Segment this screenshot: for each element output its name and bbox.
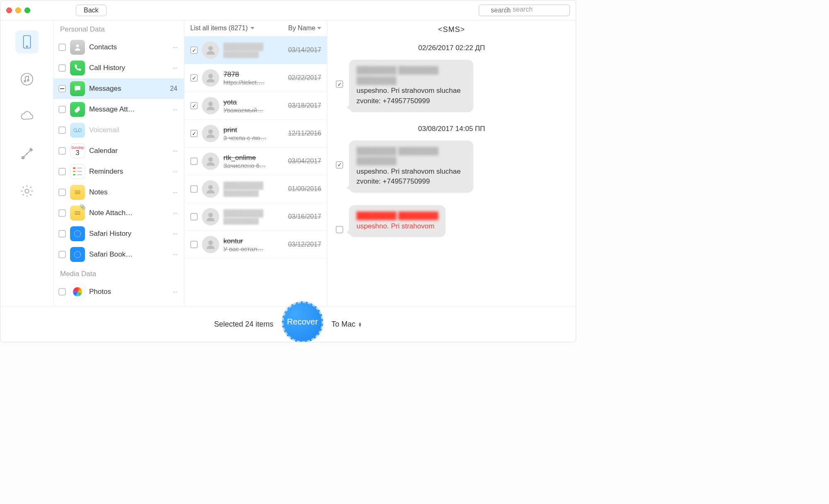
category-voicemail[interactable]: Voicemail — [53, 120, 184, 141]
message-redacted-text: ████████ ████████ ████████ — [356, 65, 466, 86]
close-window-icon[interactable] — [6, 7, 12, 13]
detail-body[interactable]: 02/26/2017 02:22 ДП████████ ████████ ███… — [327, 41, 576, 306]
chevron-down-icon — [250, 27, 255, 29]
items-body[interactable]: ████████████████03/14/20177878https://ti… — [184, 36, 327, 306]
item-checkbox[interactable] — [190, 74, 198, 82]
rail-cloud[interactable] — [15, 105, 39, 128]
recover-button[interactable]: Recover — [282, 301, 323, 343]
message-text: uspeshno. Pri strahovom sluchae zvonite:… — [356, 86, 466, 106]
message-checkbox[interactable] — [336, 226, 343, 233]
category-safarihistory[interactable]: Safari History-- — [53, 223, 184, 244]
message-checkbox[interactable] — [336, 161, 343, 169]
item-date: 03/12/2017 — [288, 241, 321, 248]
svg-point-6 — [25, 189, 29, 193]
item-checkbox[interactable] — [190, 185, 198, 193]
category-notes[interactable]: Notes-- — [53, 182, 184, 203]
category-reminders[interactable]: Reminders-- — [53, 161, 184, 182]
category-label: Voicemail — [89, 126, 177, 134]
item-checkbox[interactable] — [190, 102, 198, 109]
message-redacted-text: ████████ ████████ ████████ — [356, 146, 466, 167]
category-count: -- — [173, 251, 180, 258]
item-date: 02/22/2017 — [288, 74, 321, 82]
message-item[interactable]: ████████████████03/16/2017 — [184, 203, 327, 231]
message-timestamp: 03/08/2017 14:05 ПП — [336, 125, 567, 133]
category-calendar[interactable]: Sunday3Calendar-- — [53, 141, 184, 161]
message-item[interactable]: konturУ вас остал…03/12/2017 — [184, 231, 327, 259]
category-checkbox[interactable] — [58, 126, 66, 134]
message-text: uspeshno. Pri strahovom — [356, 221, 438, 232]
rail-device[interactable] — [15, 30, 39, 53]
category-checkbox[interactable] — [58, 288, 66, 296]
message-item[interactable]: ████████████████01/09/2016 — [184, 175, 327, 203]
category-checkbox[interactable] — [58, 251, 66, 258]
category-label: Contacts — [89, 43, 173, 51]
rail-settings[interactable] — [15, 179, 39, 203]
item-checkbox[interactable] — [190, 130, 198, 137]
category-contacts[interactable]: Contacts-- — [53, 37, 184, 58]
category-checkbox[interactable] — [58, 106, 66, 113]
category-checkbox[interactable] — [58, 64, 66, 72]
cloud-icon — [20, 109, 34, 124]
search-icon — [504, 7, 510, 12]
message-text: uspeshno. Pri strahovom sluchae zvonite:… — [356, 167, 466, 187]
category-checkbox[interactable] — [58, 189, 66, 196]
items-sort-dropdown[interactable]: By Name — [288, 24, 321, 32]
minimize-window-icon[interactable] — [15, 7, 21, 13]
category-checkbox[interactable] — [58, 168, 66, 175]
category-messageatt[interactable]: Message Att…-- — [53, 99, 184, 120]
item-subtitle: https://ticket.… — [223, 79, 284, 86]
category-label: Safari Book… — [89, 250, 173, 259]
category-label: Safari History — [89, 230, 173, 238]
back-button[interactable]: Back — [76, 5, 107, 16]
svg-point-7 — [76, 44, 79, 47]
item-name: print — [223, 126, 284, 134]
message-checkbox[interactable] — [336, 80, 343, 88]
category-photos[interactable]: Photos-- — [53, 281, 184, 302]
message-item[interactable]: 7878https://ticket.…02/22/2017 — [184, 64, 327, 92]
item-checkbox[interactable] — [190, 213, 198, 220]
avatar-icon — [202, 208, 219, 225]
zoom-window-icon[interactable] — [24, 7, 30, 13]
svg-point-19 — [208, 240, 213, 245]
item-date: 01/09/2016 — [288, 185, 321, 193]
window-controls — [6, 7, 30, 13]
category-checkbox[interactable] — [58, 209, 66, 217]
svg-point-16 — [208, 157, 213, 162]
detail-pane: <SMS> 02/26/2017 02:22 ДП████████ ██████… — [327, 20, 576, 306]
item-date: 03/04/2017 — [288, 158, 321, 165]
rail-tools[interactable] — [15, 142, 39, 165]
app-window: Back search Per — [0, 0, 576, 342]
category-safaribook[interactable]: Safari Book…-- — [53, 244, 184, 265]
item-checkbox[interactable] — [190, 46, 198, 54]
category-label: Messages — [89, 85, 170, 93]
message-item[interactable]: rtk_onlimeЗачислено 6…03/04/2017 — [184, 148, 327, 175]
category-messages[interactable]: Messages24 — [53, 78, 184, 99]
item-text: konturУ вас остал… — [223, 237, 284, 252]
item-subtitle: 3 чехла с лю… — [223, 134, 284, 141]
item-checkbox[interactable] — [190, 158, 198, 165]
category-header-personal: Personal Data — [53, 20, 184, 37]
svg-point-18 — [208, 213, 213, 217]
items-panel: List all items (8271) By Name ██████████… — [184, 20, 327, 306]
category-count: -- — [173, 147, 180, 155]
item-text: ████████████████ — [223, 182, 284, 197]
destination-selector[interactable]: To Mac ▲▼ — [332, 320, 362, 329]
search-input[interactable] — [479, 5, 570, 16]
item-checkbox[interactable] — [190, 241, 198, 248]
category-noteattach[interactable]: Note Attach…-- — [53, 203, 184, 223]
category-checkbox[interactable] — [58, 147, 66, 155]
svg-point-10 — [75, 231, 81, 237]
detail-title: <SMS> — [327, 20, 576, 41]
item-name: rtk_onlime — [223, 154, 284, 162]
category-list[interactable]: Personal Data Contacts--Call History--Me… — [53, 20, 184, 306]
items-filter-dropdown[interactable]: List all items (8271) — [190, 24, 255, 32]
message-item[interactable]: ████████████████03/14/2017 — [184, 36, 327, 64]
rail-media[interactable] — [15, 68, 39, 91]
category-checkbox[interactable] — [58, 85, 66, 92]
category-checkbox[interactable] — [58, 44, 66, 51]
message-item[interactable]: yotaУважаемый…03/18/2017 — [184, 92, 327, 120]
item-name: ████████ — [223, 209, 284, 218]
category-callhistory[interactable]: Call History-- — [53, 58, 184, 78]
message-item[interactable]: print3 чехла с лю…12/11/2016 — [184, 120, 327, 148]
category-checkbox[interactable] — [58, 230, 66, 237]
